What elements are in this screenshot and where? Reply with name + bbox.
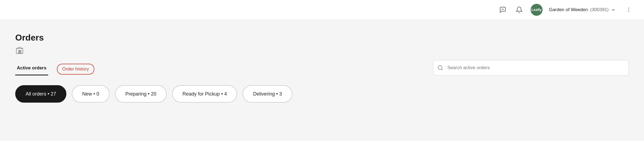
chat-icon[interactable]	[498, 5, 508, 15]
search-icon	[437, 65, 443, 71]
store-name-text: Garden of Weeden	[549, 7, 588, 13]
tabs-row: Active orders Order history	[15, 60, 629, 75]
svg-point-4	[628, 9, 629, 10]
svg-point-3	[628, 8, 629, 8]
header: Leafly Garden of Weeden (300391)	[0, 0, 644, 20]
svg-rect-7	[18, 50, 20, 52]
tab-active-orders[interactable]: Active orders	[15, 63, 48, 75]
svg-line-12	[441, 69, 442, 70]
store-selector[interactable]: Garden of Weeden (300391)	[549, 7, 616, 13]
tabs: Active orders Order history	[15, 63, 103, 75]
store-id-text: (300391)	[590, 7, 609, 13]
filter-delivering[interactable]: Delivering • 3	[243, 85, 292, 103]
filter-preparing[interactable]: Preparing • 20	[115, 85, 167, 103]
svg-point-1	[503, 9, 503, 9]
tab-order-history[interactable]: Order history	[57, 64, 94, 75]
notification-icon[interactable]	[514, 5, 524, 15]
svg-point-11	[438, 66, 442, 70]
filter-all-orders[interactable]: All orders • 27	[15, 85, 66, 103]
search-container	[433, 60, 629, 75]
page-title: Orders	[15, 33, 629, 43]
avatar[interactable]: Leafly	[531, 4, 543, 16]
filter-new[interactable]: New • 0	[72, 85, 109, 103]
header-actions: Leafly Garden of Weeden (300391)	[498, 4, 633, 16]
svg-point-0	[502, 9, 502, 9]
svg-point-2	[503, 9, 504, 9]
svg-rect-9	[18, 52, 20, 54]
chevron-down-icon	[611, 7, 616, 12]
store-building-icon	[15, 46, 24, 55]
main-content: Orders Active orders Order history	[0, 20, 644, 114]
search-input[interactable]	[433, 60, 629, 75]
filter-buttons: All orders • 27 New • 0 Preparing • 20 R…	[15, 85, 629, 103]
svg-point-5	[628, 11, 629, 12]
more-options-icon[interactable]	[624, 5, 633, 14]
filter-ready-for-pickup[interactable]: Ready for Pickup • 4	[172, 85, 237, 103]
svg-rect-10	[20, 52, 21, 54]
svg-rect-8	[20, 50, 21, 52]
